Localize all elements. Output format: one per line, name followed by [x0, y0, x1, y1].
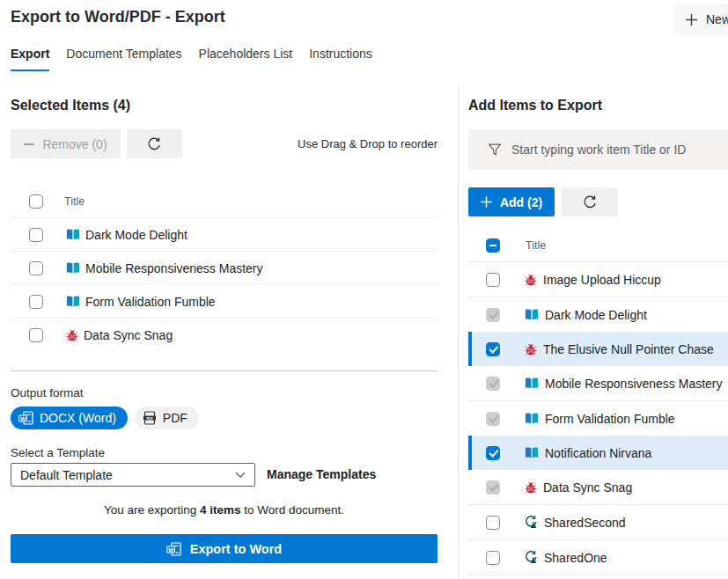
add-button-label: Add (2): [500, 195, 542, 209]
work-item-title: Form Validation Fumble: [85, 295, 216, 309]
table-row[interactable]: The Elusive Null Pointer Chase: [468, 332, 728, 366]
user-story-icon: [525, 309, 539, 320]
table-row[interactable]: Data Sync Snag: [468, 470, 728, 505]
remove-button[interactable]: Remove (0): [11, 129, 121, 158]
work-item-title: Notification Nirvana: [545, 446, 651, 460]
table-row[interactable]: Mobile Responsiveness Mastery: [468, 366, 728, 401]
export-button-label: Export to Word: [190, 542, 282, 556]
work-item-title: Data Sync Snag: [543, 480, 632, 495]
new-button-label: New: [706, 12, 728, 26]
svg-text:W: W: [20, 415, 26, 421]
filter-icon: [488, 143, 502, 157]
user-story-icon: [66, 262, 80, 274]
select-template-label: Select a Template: [11, 446, 105, 459]
add-items-heading: Add Items to Export: [468, 98, 602, 114]
word-doc-icon: W: [166, 542, 181, 556]
search-input[interactable]: [510, 142, 716, 158]
manage-templates-link[interactable]: Manage Templates: [267, 467, 376, 481]
row-checkbox[interactable]: [29, 228, 43, 242]
bug-icon: [525, 274, 537, 286]
table-row[interactable]: Mobile Responsiveness Mastery: [11, 252, 438, 285]
plus-icon: [481, 196, 492, 208]
bug-icon: [525, 481, 537, 494]
format-docx-label: DOCX (Word): [40, 411, 116, 425]
table-row[interactable]: Notification Nirvana: [468, 436, 728, 470]
add-button[interactable]: Add (2): [468, 187, 555, 216]
table-row[interactable]: Form Validation Fumble: [468, 401, 728, 436]
row-checkbox[interactable]: [486, 516, 500, 530]
work-item-title: SharedOne: [544, 551, 607, 565]
export-to-word-pdf-app: Export to Word/PDF - Export New Export D…: [0, 0, 728, 579]
row-checkbox[interactable]: [486, 342, 500, 356]
format-pdf-label: PDF: [163, 411, 188, 425]
row-checkbox: [486, 308, 500, 322]
pdf-doc-icon: PDF: [143, 411, 157, 425]
select-all-checkbox[interactable]: [29, 194, 43, 209]
selected-items-heading: Selected Items (4): [11, 98, 130, 114]
bug-icon: [66, 329, 78, 341]
tab-document-templates[interactable]: Document Templates: [66, 47, 181, 71]
selected-items-table-header: Title: [11, 185, 438, 218]
add-items-table-header: Title: [468, 229, 728, 262]
export-to-word-button[interactable]: W Export to Word: [11, 534, 438, 563]
drag-drop-hint: Use Drag & Drop to reorder: [288, 137, 438, 150]
chevron-down-icon: [235, 472, 246, 479]
template-select[interactable]: Default Template: [11, 463, 255, 487]
select-all-checkbox[interactable]: [486, 238, 500, 253]
table-row[interactable]: Form Validation Fumble: [11, 285, 438, 319]
row-checkbox: [486, 412, 500, 426]
row-checkbox[interactable]: [486, 551, 500, 565]
work-item-title: SharedSecond: [544, 516, 626, 530]
refresh-selected-button[interactable]: [127, 129, 182, 158]
tab-bar: Export Document Templates Placeholders L…: [11, 47, 372, 71]
user-story-icon: [66, 229, 80, 240]
tab-export[interactable]: Export: [11, 47, 49, 71]
shared-steps-icon: [525, 551, 538, 564]
row-checkbox[interactable]: [486, 446, 500, 460]
selected-items-table-footer: [11, 347, 438, 371]
work-item-search[interactable]: [468, 129, 728, 170]
svg-text:W: W: [168, 546, 173, 552]
table-row[interactable]: SharedSecond: [468, 505, 728, 540]
refresh-icon: [147, 136, 162, 151]
format-pdf-pill[interactable]: PDF PDF: [135, 407, 199, 429]
plus-icon: [685, 13, 698, 26]
format-docx-pill[interactable]: W DOCX (Word): [11, 407, 128, 429]
work-item-title: Mobile Responsiveness Mastery: [545, 377, 723, 391]
user-story-icon: [66, 296, 80, 307]
work-item-title: Data Sync Snag: [84, 328, 173, 342]
new-button[interactable]: New: [673, 4, 728, 35]
word-doc-icon: W: [18, 411, 33, 425]
tab-placeholders-list[interactable]: Placeholders List: [199, 47, 293, 71]
page-title: Export to Word/PDF - Export: [11, 8, 225, 26]
row-checkbox[interactable]: [29, 328, 43, 342]
add-items-table: Title Image Upload HiccupDark Mode Delig…: [468, 229, 728, 575]
refresh-add-button[interactable]: [562, 187, 618, 216]
selected-row-bar: [468, 332, 472, 366]
work-item-title: Image Upload Hiccup: [543, 273, 661, 287]
row-checkbox[interactable]: [486, 273, 500, 287]
user-story-icon: [525, 447, 539, 458]
title-column-header: Title: [526, 239, 546, 252]
table-row[interactable]: SharedOne: [468, 540, 728, 575]
title-column-header: Title: [64, 195, 85, 208]
bug-icon: [525, 343, 537, 355]
refresh-icon: [583, 194, 598, 209]
export-summary: You are exporting 4 items to Word docume…: [11, 503, 438, 517]
minus-icon: [24, 143, 34, 145]
remove-button-label: Remove (0): [42, 137, 107, 151]
tab-instructions[interactable]: Instructions: [309, 47, 372, 71]
row-checkbox[interactable]: [29, 261, 43, 275]
table-row[interactable]: Dark Mode Delight: [468, 297, 728, 332]
row-checkbox: [486, 480, 500, 495]
selected-row-bar: [468, 436, 472, 470]
selected-items-table: Title Dark Mode DelightMobile Responsive…: [11, 185, 438, 351]
row-checkbox: [486, 377, 500, 391]
user-story-icon: [525, 413, 539, 424]
work-item-title: Form Validation Fumble: [545, 412, 675, 426]
table-row[interactable]: Image Upload Hiccup: [468, 262, 728, 297]
template-select-value: Default Template: [20, 468, 235, 482]
row-checkbox[interactable]: [29, 295, 43, 309]
output-format-choices: W DOCX (Word) PDF PDF: [11, 407, 199, 429]
table-row[interactable]: Dark Mode Delight: [11, 218, 438, 252]
